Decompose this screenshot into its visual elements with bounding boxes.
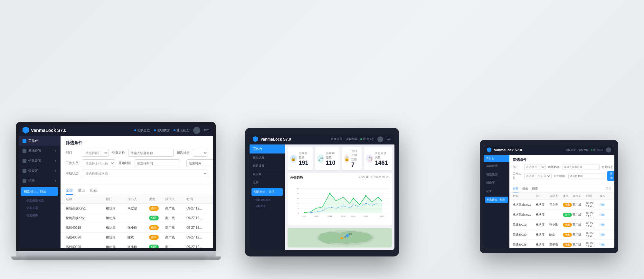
tablet-right-frame: VanmaLock S7.0 切换全景 读取数据 通讯状态 — [480, 140, 618, 253]
tablet-right-brand: VanmaLock S7.0 — [494, 148, 522, 152]
header-actions: 切换全景 读取数据 通讯状态 test — [134, 127, 209, 134]
tablet-center-screen: VanmaLock S7.0 切换全景 读取数据 通讯状态 test — [250, 134, 394, 250]
brand-name: VanmaLock S7.0 — [31, 128, 67, 133]
row-detail-link[interactable]: 详情 — [600, 233, 611, 237]
sidebar-lock-status[interactable]: 钥匙借出状态 — [19, 197, 60, 204]
tablet-sidebar-workbench[interactable]: 工作台 — [250, 144, 285, 153]
open-icon: 🔓 — [344, 154, 349, 163]
tablet-brand: VanmaLock S7.0 — [260, 137, 291, 142]
sidebar-unlock[interactable]: 钥匙关系 — [19, 204, 60, 212]
svg-point-22 — [365, 195, 367, 197]
shield-icon — [23, 127, 29, 134]
fetch-data-btn[interactable]: 读取数据 — [154, 128, 170, 133]
stat-card-1: 🔒 当前锁数量 191 — [288, 147, 313, 170]
worker-select[interactable]: 请选择工作人员 — [82, 159, 115, 167]
laptop-base — [16, 251, 216, 256]
tablet-right-sidebar-key[interactable]: 钥匙设置 — [484, 171, 509, 179]
tablet-right-table: 名称 部门 借出人 类型 操作人 时间 操作 橡坊高线Key1 — [509, 193, 614, 248]
row-detail-link[interactable]: 详情 — [600, 243, 611, 246]
tablet-sidebar-basic[interactable]: 基础设置 — [250, 153, 285, 162]
laptop-base-bottom — [11, 256, 221, 260]
stat-card-2: 🗝️ 当前钥匙数 110 — [315, 147, 340, 170]
tab-right-checkout[interactable]: 借出 — [522, 187, 528, 192]
sm-worker-select[interactable]: 请选择工作人员 — [524, 173, 552, 179]
sidebar-key-log[interactable]: 钥匙健康 — [19, 212, 60, 219]
laptop-sidebar: 工作台 基础设置 ▾ 钥匙设置 ▾ — [19, 136, 61, 248]
tablet-sidebar-key[interactable]: 钥匙设置 — [250, 162, 285, 170]
tablet-sidebar-records[interactable]: 记录 — [250, 179, 285, 187]
sm-keyname-input[interactable] — [563, 164, 600, 170]
tablet-center-frame: VanmaLock S7.0 切换全景 读取数据 通讯状态 test — [245, 128, 399, 256]
tablet-right-sidebar-records[interactable]: 记录 — [484, 187, 509, 196]
tablet-right-sidebar-workbench[interactable]: 工作台 — [484, 155, 509, 162]
tablet-app: VanmaLock S7.0 切换全景 读取数据 通讯状态 test — [250, 134, 394, 250]
sidebar-open-close[interactable]: 钥匙借出、归还 — [21, 187, 58, 196]
stat-card-4: 📋 历史开锁次数 1461 — [364, 147, 392, 170]
sm-table-header: 名称 部门 借出人 类型 操作人 时间 操作 — [509, 193, 614, 200]
sidebar-lock-settings[interactable]: 钥匙设置 ▾ — [19, 156, 60, 166]
svg-text:09-26: 09-26 — [380, 215, 384, 217]
door-select[interactable]: 请选择部门 — [82, 149, 109, 157]
tab-return[interactable]: 归还 — [90, 187, 97, 195]
tablet-right-sidebar-open-close[interactable]: 钥匙借出、归还 — [485, 197, 508, 203]
laptop-body: 工作台 基础设置 ▾ 钥匙设置 ▾ — [19, 136, 213, 248]
sidebar-records[interactable]: 记录 ▾ — [19, 176, 60, 186]
tablet-right-screen: VanmaLock S7.0 切换全景 读取数据 通讯状态 — [484, 145, 614, 248]
svg-text:北京: 北京 — [349, 233, 352, 235]
svg-text:20: 20 — [297, 197, 299, 200]
tablet-avatar — [377, 136, 383, 142]
laptop-logo: VanmaLock S7.0 — [23, 127, 67, 134]
sm-starttime-input[interactable] — [568, 173, 605, 179]
door-label: 部门 — [66, 151, 79, 155]
row-detail-link[interactable]: 详情 — [600, 203, 611, 207]
tablet-right-sidebar: 工作台 基础设置 钥匙设置 锁设置 记录 钥匙借出、归还 — [484, 155, 509, 248]
lock-icon: 🔒 — [290, 154, 297, 163]
audit-label: 审核状态 — [66, 171, 79, 176]
laptop-header: VanmaLock S7.0 切换全景 读取数据 通 — [19, 125, 213, 136]
end-time-input[interactable] — [186, 159, 213, 167]
sidebar-basic-settings[interactable]: 基础设置 ▾ — [19, 146, 60, 156]
svg-text:09-11: 09-11 — [327, 215, 332, 217]
tab-right-all[interactable]: 全部 — [513, 187, 518, 192]
laptop-device: VanmaLock S7.0 切换全景 读取数据 通 — [16, 122, 216, 260]
start-time-input[interactable] — [135, 159, 180, 167]
tablet-right-actions: 切换全景 读取数据 通讯状态 — [565, 147, 611, 153]
sm-search-btn[interactable]: 查询 — [607, 171, 614, 181]
filter-area: 筛选条件 部门 请选择部门 钥匙名称 钥匙状态 — [61, 136, 213, 184]
sm-table-row: 橡坊高线Key1 橡坊库 归还 商广线 09-27 12:1... 详情 — [509, 210, 614, 220]
tab-checkout[interactable]: 借出 — [78, 187, 85, 195]
tablet-right-sidebar-lock[interactable]: 锁设置 — [484, 179, 509, 187]
svg-text:09-21: 09-21 — [364, 215, 368, 217]
tab-all[interactable]: 全部 — [66, 187, 73, 195]
stats-row: 🔒 当前锁数量 191 🗝️ 当前钥匙数 — [288, 147, 392, 170]
sidebar-lock-mgmt[interactable]: 锁设置 ▾ — [19, 166, 60, 176]
tablet-right-app: VanmaLock S7.0 切换全景 读取数据 通讯状态 — [484, 145, 614, 248]
sm-door-select[interactable]: 请选择部门 — [524, 164, 546, 170]
tablet-sidebar-status[interactable]: 钥匙借出状态 — [250, 197, 285, 203]
tablet-sidebar-unlock[interactable]: 钥匙关系 — [250, 203, 285, 209]
sidebar-workbench[interactable]: 工作台 — [19, 136, 60, 146]
row-detail-link[interactable]: 详情 — [600, 223, 611, 227]
tab-right-return[interactable]: 归还 — [532, 187, 538, 192]
svg-text:上海: 上海 — [343, 236, 346, 238]
key-status-select[interactable] — [193, 149, 208, 157]
tablet-sidebar-open-close[interactable]: 钥匙借出、归还 — [251, 188, 283, 196]
tablet-right-sidebar-basic[interactable]: 基础设置 — [484, 162, 509, 171]
svg-point-21 — [353, 198, 354, 199]
key-name-input[interactable] — [128, 149, 174, 157]
laptop-main: 筛选条件 部门 请选择部门 钥匙名称 钥匙状态 — [61, 136, 213, 248]
audit-select[interactable]: 请选择审核状态 — [82, 170, 208, 177]
tablet-sidebar-lock[interactable]: 锁设置 — [250, 170, 285, 179]
tablet-right-main: 筛选条件 部门 请选择部门 钥匙名称 钥匙状态 — [509, 155, 614, 248]
start-time-label: 开始时间 — [118, 161, 131, 165]
switch-all-btn[interactable]: 切换全景 — [134, 128, 150, 133]
key-name-label: 钥匙名称 — [112, 151, 125, 155]
sm-table-row: 高线40028 橡坊库 王子着 借出 商广线 09-27 12:4... 详情 — [509, 240, 614, 248]
map-card: 北京 上海 — [288, 228, 392, 247]
chart-date-range: 2022-09-01 2022-09-26 — [359, 175, 389, 180]
online-status-btn[interactable]: 通讯状态 — [174, 128, 189, 133]
row-detail-link[interactable]: 详情 — [600, 213, 611, 217]
tablet-body: 工作台 基础设置 钥匙设置 锁设置 — [250, 144, 394, 250]
tab-bar: 全部 借出 归还 — [61, 184, 213, 195]
svg-text:09-16: 09-16 — [341, 215, 346, 217]
